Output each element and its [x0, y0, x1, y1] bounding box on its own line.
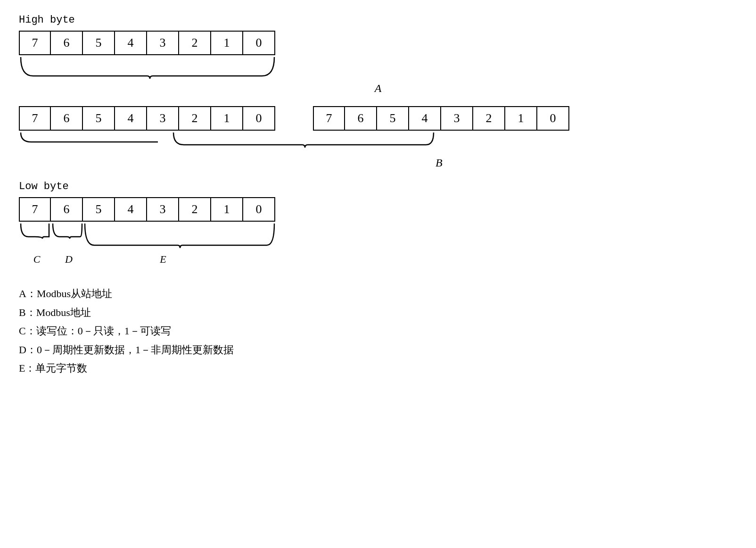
- label-B: B: [436, 157, 443, 169]
- middle-bit-row-left: 7 6 5 4 3 2 1 0: [19, 106, 275, 131]
- brace-B-left-svg: [19, 131, 160, 145]
- low-byte-section: Low byte 7 6 5 4 3 2 1 0 C D E: [19, 181, 737, 266]
- label-C: C: [21, 253, 53, 266]
- bit-3-mid-right: 3: [441, 106, 473, 131]
- brace-A-svg: [19, 55, 276, 81]
- bit-2-low: 2: [179, 197, 211, 222]
- brace-CDE-container: C D E: [19, 222, 276, 266]
- low-byte-bit-row: 7 6 5 4 3 2 1 0: [19, 197, 737, 222]
- bit-6-high: 6: [51, 31, 83, 55]
- bit-5-mid-right: 5: [377, 106, 409, 131]
- low-byte-label: Low byte: [19, 181, 737, 192]
- bit-7-mid-left: 7: [19, 106, 51, 131]
- bit-1-low: 1: [211, 197, 243, 222]
- bit-0-mid-left: 0: [243, 106, 275, 131]
- bit-6-mid-right: 6: [345, 106, 377, 131]
- bit-1-mid-right: 1: [505, 106, 537, 131]
- brace-CDE-svg: [19, 222, 276, 255]
- legend-D: D：0－周期性更新数据，1－非周期性更新数据: [19, 340, 737, 359]
- bit-5-high: 5: [83, 31, 115, 55]
- legend-C: C：读写位：0－只读，1－可读写: [19, 322, 737, 340]
- legend-B: B：Modbus地址: [19, 303, 737, 322]
- bit-3-low: 3: [147, 197, 179, 222]
- bit-0-low: 0: [243, 197, 275, 222]
- label-E: E: [99, 253, 227, 266]
- bit-1-high: 1: [211, 31, 243, 55]
- legend-A: A：Modbus从站地址: [19, 284, 737, 303]
- middle-right: 7 6 5 4 3 2 1 0 B: [313, 106, 569, 169]
- bit-0-high: 0: [243, 31, 275, 55]
- bit-6-low: 6: [51, 197, 83, 222]
- bit-1-mid-left: 1: [211, 106, 243, 131]
- high-byte-section: High byte 7 6 5 4 3 2 1 0 A: [19, 14, 737, 95]
- legend-section: A：Modbus从站地址 B：Modbus地址 C：读写位：0－只读，1－可读写…: [19, 284, 737, 378]
- middle-row: 7 6 5 4 3 2 1 0 7 6 5 4 3 2 1 0: [19, 106, 737, 169]
- bit-4-high: 4: [115, 31, 147, 55]
- bit-6-mid-left: 6: [51, 106, 83, 131]
- bit-5-low: 5: [83, 197, 115, 222]
- bit-7-mid-right: 7: [313, 106, 345, 131]
- bit-7-high: 7: [19, 31, 51, 55]
- bit-0-mid-right: 0: [537, 106, 569, 131]
- bit-5-mid-left: 5: [83, 106, 115, 131]
- bit-2-mid-left: 2: [179, 106, 211, 131]
- brace-B-right: B: [313, 131, 569, 169]
- bit-7-low: 7: [19, 197, 51, 222]
- label-D: D: [53, 253, 85, 266]
- bit-4-low: 4: [115, 197, 147, 222]
- brace-B-right-svg: [172, 131, 436, 157]
- bit-4-mid-right: 4: [409, 106, 441, 131]
- bit-4-mid-left: 4: [115, 106, 147, 131]
- bit-2-mid-right: 2: [473, 106, 505, 131]
- legend-E: E：单元字节数: [19, 359, 737, 378]
- brace-A-container: A: [19, 55, 737, 95]
- middle-bit-row-right: 7 6 5 4 3 2 1 0: [313, 106, 569, 131]
- high-byte-bit-row: 7 6 5 4 3 2 1 0: [19, 31, 737, 55]
- high-byte-label: High byte: [19, 14, 737, 26]
- bit-3-high: 3: [147, 31, 179, 55]
- bit-3-mid-left: 3: [147, 106, 179, 131]
- label-A: A: [19, 82, 737, 95]
- bit-2-high: 2: [179, 31, 211, 55]
